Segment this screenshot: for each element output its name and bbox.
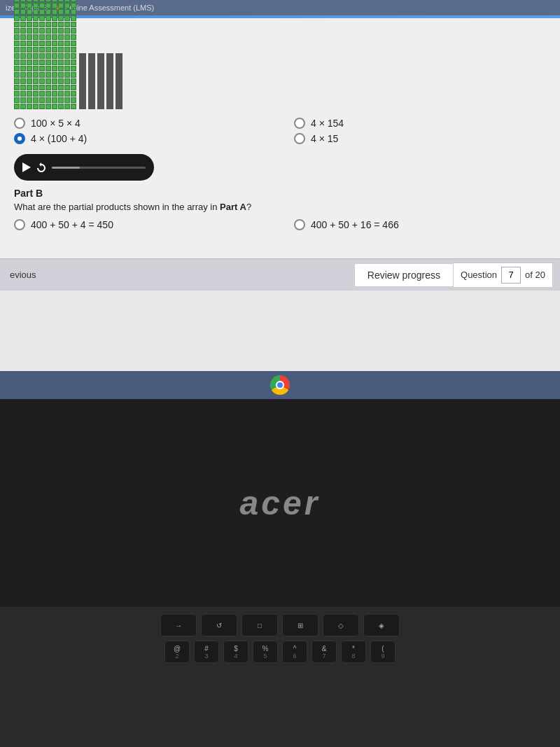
grid-cell [58,28,64,34]
grid-cell [64,15,70,21]
grid-cell [39,66,45,71]
grid-cell [14,34,20,40]
radio-1[interactable] [14,118,25,129]
grid-cell [58,9,64,15]
key-refresh[interactable]: ↺ [201,614,237,636]
top-bar: ize. Topic 3: Online Assessment (LMS) [0,0,560,15]
partial-products-options: 400 + 50 + 4 = 450 400 + 50 + 16 = 466 —… [14,219,546,246]
key-4[interactable]: $ 4 [223,641,248,663]
option-4[interactable]: 4 × 15 [294,133,546,144]
acer-logo-area: acer [0,399,560,607]
grid-cell [20,28,26,34]
grid-cell [52,60,57,65]
previous-button[interactable]: evious [0,258,46,291]
option-3[interactable]: 4 × 154 [294,118,546,129]
grid-cell [46,91,51,97]
grid-cell [46,15,51,21]
key-9[interactable]: ( 9 [370,641,396,663]
chrome-icon[interactable] [270,375,290,395]
grid-cell [52,47,57,53]
key-windows[interactable]: ⊞ [282,614,318,636]
key-5[interactable]: % 5 [253,641,278,663]
radio-2[interactable] [14,133,25,144]
grid-cell [71,104,76,109]
part-b-label: Part B [14,188,546,199]
grid-cell [20,34,26,40]
grid-cell [64,85,70,90]
grid-cell [27,85,32,90]
grid-cell [58,41,64,46]
grid-cell [52,41,57,46]
option-1[interactable]: 100 × 5 × 4 [14,118,266,129]
grid-cell [14,66,20,71]
grid-cell [71,28,76,34]
grid-cell [52,85,57,90]
grid-cell [33,53,38,59]
grid-cell [71,78,76,84]
question-text: What are the partial products shown in t… [14,202,546,212]
grid-cell [20,85,26,90]
key-7[interactable]: & 7 [312,641,337,663]
key-brightness-down[interactable]: ◇ [323,614,359,636]
grid-cell [52,0,57,2]
grid-cell [27,66,32,71]
taskbar [0,371,560,399]
grid-cell [27,91,32,97]
pb-option-3[interactable]: 400 + 50 + 16 = 466 [294,219,546,230]
grid-cell [14,60,20,65]
pb-radio-3[interactable] [294,219,305,230]
grid-cell [46,104,51,109]
play-button[interactable] [22,162,31,172]
grid-cell [64,28,70,34]
grid-cell [71,85,76,90]
grid-cell [33,9,38,15]
grid-cell [20,22,26,27]
grid-cell [64,104,70,109]
key-6[interactable]: ^ 6 [282,641,307,663]
grid-cell [39,41,45,46]
key-tab[interactable]: → [160,614,197,636]
grid-cell [46,72,51,78]
pb-radio-1[interactable] [14,219,25,230]
replay-icon[interactable] [36,162,46,172]
grid-cell [33,47,38,53]
grid-cell [33,85,38,90]
bar [97,53,104,109]
grid-cell [39,53,45,59]
key-fullscreen[interactable]: □ [241,614,278,636]
grid-cell [71,3,76,8]
grid-cell [39,0,45,2]
grid-cell [58,97,64,103]
audio-player[interactable] [14,154,154,181]
grid-cell [58,0,64,2]
option-2[interactable]: 4 × (100 + 4) [14,133,266,144]
grid-cell [14,15,20,21]
grid-cell [52,34,57,40]
grid-cell [64,60,70,65]
bar-group [79,53,122,109]
grid-cell [20,53,26,59]
pb-option-3-label: 400 + 50 + 16 = 466 [311,219,399,230]
radio-4[interactable] [294,133,305,144]
pb-option-1[interactable]: 400 + 50 + 4 = 450 [14,219,266,230]
key-3[interactable]: # 3 [194,641,219,663]
key-2[interactable]: @ 2 [164,641,190,663]
question-number-input[interactable] [501,267,521,284]
content-area: document.addEventListener('DOMContentLoa… [0,18,560,258]
grid-cell [14,9,20,15]
grid-cell [20,15,26,21]
radio-3[interactable] [294,118,305,129]
keyboard-row-numbers: @ 2 # 3 $ 4 % 5 ^ 6 & 7 [14,641,546,663]
review-progress-button[interactable]: Review progress [354,263,454,287]
grid-cell [52,3,57,8]
grid-cell [14,41,20,46]
bottom-bar: Review progress Question of 20 evious [0,258,560,291]
grid-cell [46,97,51,103]
grid-cell [39,47,45,53]
key-brightness-up[interactable]: ◈ [363,614,400,636]
audio-progress-bar[interactable] [52,167,146,169]
grid-cell [64,41,70,46]
grid-cell [39,22,45,27]
key-8[interactable]: * 8 [341,641,366,663]
grid-cell [58,3,64,8]
